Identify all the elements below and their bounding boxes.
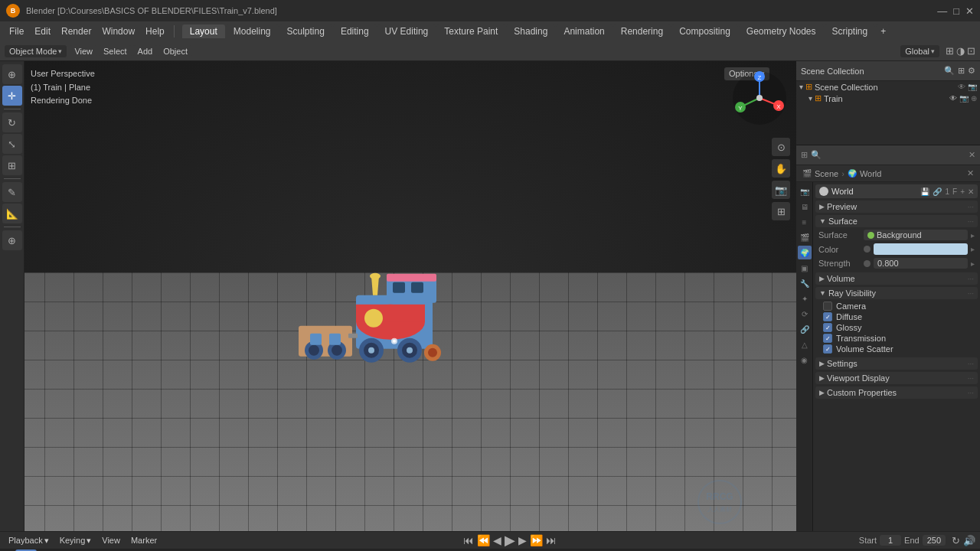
marker-menu[interactable]: Marker xyxy=(127,535,161,546)
tab-scripting[interactable]: Scripting xyxy=(825,24,876,38)
keying-menu[interactable]: Keying ▾ xyxy=(56,535,96,546)
tab-sculpting[interactable]: Sculpting xyxy=(279,24,332,38)
select-menu[interactable]: Select xyxy=(99,45,132,57)
maximize-button[interactable]: □ xyxy=(953,5,959,17)
tab-compositing[interactable]: Compositing xyxy=(671,24,738,38)
collection-scene[interactable]: ▾ ⊞ Scene Collection 👁 📷 xyxy=(796,81,980,93)
custom-props-header[interactable]: ▶ Custom Properties ··· xyxy=(815,386,978,399)
outliner-filter-icon[interactable]: ⊞ xyxy=(958,66,965,76)
grid-view-icon[interactable]: ⊞ xyxy=(772,202,790,220)
close-button[interactable]: ✕ xyxy=(965,5,974,17)
train-visibility-icon[interactable]: 👁 xyxy=(949,94,957,103)
overlay-icon[interactable]: ⊞ xyxy=(946,45,954,57)
props-close-icon[interactable]: ✕ xyxy=(969,150,975,160)
tab-add[interactable]: + xyxy=(876,24,890,38)
volume-header[interactable]: ▶ Volume ··· xyxy=(815,272,978,285)
navigation-gizmo[interactable]: Z X Y xyxy=(729,67,790,129)
world-new-icon[interactable]: + xyxy=(960,187,965,196)
train-render-icon2[interactable]: ⊕ xyxy=(971,94,977,103)
tab-view-layer[interactable]: ≡ xyxy=(798,215,812,229)
tab-editing[interactable]: Editing xyxy=(333,24,377,38)
world-close-icon[interactable]: ✕ xyxy=(968,187,974,196)
prev-frame-button[interactable]: ⏪ xyxy=(477,534,490,546)
menu-render[interactable]: Render xyxy=(57,24,96,38)
props-nav-icon2[interactable]: 🔍 xyxy=(811,150,822,160)
shading-icon[interactable]: ◑ xyxy=(956,45,965,57)
next-keyframe-button[interactable]: ▶ xyxy=(518,534,527,546)
annotate-tool[interactable]: ✎ xyxy=(2,182,22,202)
measure-tool[interactable]: 📐 xyxy=(2,204,22,223)
tab-constraints[interactable]: 🔗 xyxy=(798,322,812,336)
tab-particles[interactable]: ✦ xyxy=(798,292,812,305)
strength-expand-icon[interactable]: ▸ xyxy=(971,259,975,268)
tab-object-data[interactable]: △ xyxy=(798,337,812,351)
outliner-search-icon[interactable]: 🔍 xyxy=(944,66,955,76)
outliner-settings-icon[interactable]: ⚙ xyxy=(968,66,975,76)
end-frame[interactable]: 250 xyxy=(923,535,946,546)
tab-texture-paint[interactable]: Texture Paint xyxy=(436,24,505,38)
playback-menu[interactable]: Playback ▾ xyxy=(5,535,53,546)
world-link-icon[interactable]: 🔗 xyxy=(933,187,942,196)
camera-view-icon[interactable]: 📷 xyxy=(772,181,790,199)
xray-icon[interactable]: ⊡ xyxy=(967,45,975,57)
surface-expand-icon[interactable]: ▸ xyxy=(971,231,975,240)
tab-object[interactable]: ▣ xyxy=(798,261,812,275)
play-button[interactable]: ▶ xyxy=(505,532,515,549)
tab-render[interactable]: 📷 xyxy=(798,184,812,198)
surface-header[interactable]: ▼ Surface ··· xyxy=(815,215,978,227)
tab-animation[interactable]: Animation xyxy=(556,24,612,38)
ray-visibility-header[interactable]: ▼ Ray Visibility ··· xyxy=(815,287,978,299)
ray-camera-check[interactable] xyxy=(823,302,832,311)
viewport-3d[interactable]: User Perspective (1) Train | Plane Rende… xyxy=(24,61,796,531)
ray-diffuse-check[interactable] xyxy=(823,312,832,321)
tab-modeling[interactable]: Modeling xyxy=(226,24,279,38)
tab-scene[interactable]: 🎬 xyxy=(798,230,812,244)
zoom-to-fit-icon[interactable]: ⊙ xyxy=(772,138,790,156)
ray-glossy-check[interactable] xyxy=(823,323,832,332)
breadcrumb-world[interactable]: World xyxy=(860,169,882,178)
menu-help[interactable]: Help xyxy=(141,24,169,38)
strength-value[interactable]: 0.800 xyxy=(874,258,968,269)
tab-physics[interactable]: ⟳ xyxy=(798,307,812,321)
tab-layout[interactable]: Layout xyxy=(182,24,225,38)
visibility-icon[interactable]: 👁 xyxy=(958,83,965,91)
tab-modifier[interactable]: 🔧 xyxy=(798,276,812,290)
world-save-icon[interactable]: 💾 xyxy=(920,187,929,196)
transform-selector[interactable]: Global ▾ xyxy=(900,45,939,57)
tab-material[interactable]: ◉ xyxy=(798,353,812,367)
view-menu-timeline[interactable]: View xyxy=(98,535,124,546)
color-swatch[interactable] xyxy=(874,243,968,255)
tab-shading[interactable]: Shading xyxy=(506,24,555,38)
tab-rendering[interactable]: Rendering xyxy=(613,24,671,38)
add-tool[interactable]: ⊕ xyxy=(2,230,22,250)
ray-transmission-check[interactable] xyxy=(823,334,832,343)
add-menu[interactable]: Add xyxy=(133,45,158,57)
breadcrumb-scene[interactable]: Scene xyxy=(815,169,838,178)
train-camera-icon[interactable]: 📷 xyxy=(959,94,969,103)
tab-output[interactable]: 🖥 xyxy=(798,200,812,214)
rotate-tool[interactable]: ↻ xyxy=(2,112,22,132)
minimize-button[interactable]: — xyxy=(937,5,947,17)
loop-icon[interactable]: ↻ xyxy=(952,535,960,546)
mode-selector[interactable]: Object Mode ▾ xyxy=(5,45,67,57)
tab-uv-editing[interactable]: UV Editing xyxy=(377,24,436,38)
breadcrumb-close[interactable]: ✕ xyxy=(967,168,974,178)
cursor-tool[interactable]: ⊕ xyxy=(2,64,22,84)
collection-train[interactable]: ▾ ⊞ Train 👁 📷 ⊕ xyxy=(796,93,980,104)
start-frame[interactable]: 1 xyxy=(880,535,901,546)
menu-edit[interactable]: Edit xyxy=(30,24,55,38)
color-expand-icon[interactable]: ▸ xyxy=(971,245,975,253)
audio-icon[interactable]: 🔊 xyxy=(963,535,975,546)
transform-tool[interactable]: ⊞ xyxy=(2,155,22,175)
next-frame-button[interactable]: ⏩ xyxy=(530,534,543,546)
preview-header[interactable]: ▶ Preview ··· xyxy=(815,201,978,213)
move-tool[interactable]: ✛ xyxy=(2,86,22,106)
jump-end-button[interactable]: ⏭ xyxy=(546,534,557,546)
scale-tool[interactable]: ⤡ xyxy=(2,134,22,154)
surface-type-selector[interactable]: Background xyxy=(864,230,968,240)
viewport-display-header[interactable]: ▶ Viewport Display ··· xyxy=(815,372,978,384)
menu-file[interactable]: File xyxy=(5,24,28,38)
props-nav-icon1[interactable]: ⊞ xyxy=(801,150,808,160)
jump-start-button[interactable]: ⏮ xyxy=(463,534,474,546)
ray-volume-check[interactable] xyxy=(823,344,832,354)
